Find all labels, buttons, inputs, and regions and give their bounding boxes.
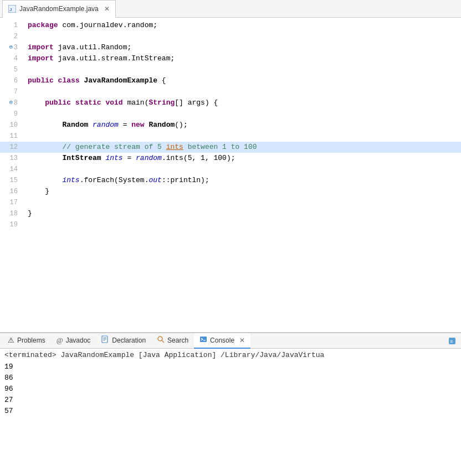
tab-search-label: Search — [167, 337, 188, 344]
code-line: 6 public class JavaRandomExample { — [0, 75, 461, 86]
tab-console[interactable]: Console ✕ — [194, 333, 250, 349]
tab-close-button[interactable]: ✕ — [104, 5, 110, 13]
svg-text:≡: ≡ — [450, 339, 453, 344]
line-number: 15 — [0, 175, 23, 186]
tab-bar: J JavaRandomExample.java ✕ — [0, 0, 461, 18]
tab-problems[interactable]: ⚠ Problems — [2, 333, 51, 349]
tab-javadoc[interactable]: @ Javadoc — [51, 333, 96, 349]
tab-declaration[interactable]: Declaration — [96, 333, 151, 349]
line-number: 19 — [0, 219, 23, 230]
tab-declaration-label: Declaration — [112, 337, 146, 344]
code-line: 18 } — [0, 208, 461, 219]
line-number: 16 — [0, 186, 23, 197]
code-line: ⊖8 public static void main(String[] args… — [0, 97, 461, 108]
line-number: 12 — [0, 142, 23, 153]
tab-problems-label: Problems — [17, 337, 45, 344]
search-icon — [157, 335, 165, 345]
code-line: 14 — [0, 164, 461, 175]
code-content: public class JavaRandomExample { — [23, 75, 461, 86]
tab-filename: JavaRandomExample.java — [19, 5, 99, 13]
console-output-line-4: 27 — [4, 395, 457, 406]
javadoc-icon: @ — [57, 336, 63, 345]
code-content: } — [23, 208, 461, 219]
code-content: import java.util.Random; — [23, 42, 461, 53]
code-content: // generate stream of 5 ints between 1 t… — [23, 142, 461, 153]
editor-area: 1 package com.journaldev.random; 2 ⊖3 im… — [0, 18, 461, 332]
editor-tab[interactable]: J JavaRandomExample.java ✕ — [2, 0, 116, 18]
java-file-icon: J — [8, 5, 16, 13]
console-area[interactable]: <terminated> JavaRandomExample [Java App… — [0, 349, 461, 476]
code-content: public static void main(String[] args) { — [23, 97, 461, 108]
svg-point-6 — [158, 337, 162, 341]
line-number: 14 — [0, 164, 23, 175]
console-icon — [199, 335, 207, 345]
bottom-panel: ⚠ Problems @ Javadoc Declaration — [0, 332, 461, 476]
code-line: 1 package com.journaldev.random; — [0, 20, 461, 31]
tab-search[interactable]: Search — [151, 333, 194, 349]
code-content: IntStream ints = random.ints(5, 1, 100); — [23, 153, 461, 164]
line-number: 11 — [0, 131, 23, 142]
tab-console-label: Console — [210, 337, 234, 344]
line-number: ⊖8 — [0, 97, 23, 108]
svg-text:J: J — [9, 7, 12, 12]
code-line: 4 import java.util.stream.IntStream; — [0, 53, 461, 64]
tab-javadoc-label: Javadoc — [66, 337, 91, 344]
code-line: 7 — [0, 86, 461, 97]
bottom-tabs: ⚠ Problems @ Javadoc Declaration — [0, 333, 461, 349]
console-output-line-2: 86 — [4, 372, 457, 384]
code-line: 16 } — [0, 186, 461, 197]
console-output-line-1: 19 — [4, 361, 457, 372]
line-number: 2 — [0, 31, 23, 42]
console-toolbar-buttons: ≡ — [445, 337, 459, 345]
code-line: 2 — [0, 31, 461, 42]
console-tab-close-button[interactable]: ✕ — [239, 337, 245, 344]
svg-line-7 — [162, 340, 164, 343]
problems-icon: ⚠ — [8, 336, 14, 344]
code-content: import java.util.stream.IntStream; — [23, 53, 461, 64]
code-content: } — [23, 186, 461, 197]
declaration-svg-icon — [101, 335, 109, 343]
line-number: 1 — [0, 20, 23, 31]
code-content: package com.journaldev.random; — [23, 20, 461, 31]
line-number: 18 — [0, 208, 23, 219]
code-content: ints.forEach(System.out::println); — [23, 175, 461, 186]
declaration-icon — [101, 335, 109, 345]
line-number: 9 — [0, 108, 23, 120]
line-number: 5 — [0, 64, 23, 75]
code-line: 15 ints.forEach(System.out::println); — [0, 175, 461, 186]
code-line: ⊖3 import java.util.Random; — [0, 42, 461, 53]
code-content: Random random = new Random(); — [23, 120, 461, 131]
line-number: 7 — [0, 86, 23, 97]
code-line: 9 — [0, 108, 461, 120]
code-line: 13 IntStream ints = random.ints(5, 1, 10… — [0, 153, 461, 164]
console-header: <terminated> JavaRandomExample [Java App… — [4, 351, 457, 359]
line-number: 17 — [0, 197, 23, 208]
code-line: 17 — [0, 197, 461, 208]
search-svg-icon — [157, 335, 165, 343]
code-line-highlighted: 12 // generate stream of 5 ints between … — [0, 142, 461, 153]
line-number: 13 — [0, 153, 23, 164]
line-number: ⊖3 — [0, 42, 23, 53]
console-output-line-3: 96 — [4, 384, 457, 395]
code-line: 5 — [0, 64, 461, 75]
console-pin-icon[interactable]: ≡ — [448, 337, 457, 345]
console-output-line-5: 57 — [4, 406, 457, 417]
code-line: 10 Random random = new Random(); — [0, 120, 461, 131]
code-container[interactable]: 1 package com.journaldev.random; 2 ⊖3 im… — [0, 18, 461, 332]
code-line: 19 — [0, 219, 461, 230]
code-line: 11 — [0, 131, 461, 142]
line-number: 6 — [0, 75, 23, 86]
line-number: 4 — [0, 53, 23, 64]
console-svg-icon — [199, 335, 207, 343]
line-number: 10 — [0, 120, 23, 131]
